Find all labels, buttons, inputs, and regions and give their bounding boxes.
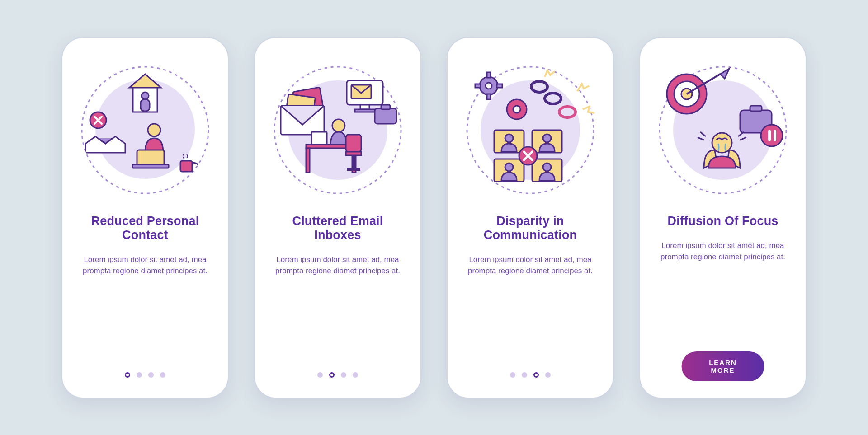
svg-point-43 (513, 106, 520, 113)
svg-rect-68 (768, 130, 771, 141)
pagination-dot-3[interactable] (341, 372, 346, 378)
svg-rect-18 (355, 109, 375, 112)
reduced-contact-icon (77, 62, 213, 198)
pagination-dots (510, 372, 551, 378)
svg-rect-13 (180, 161, 192, 172)
svg-rect-12 (132, 164, 169, 168)
pagination-dot-1[interactable] (317, 372, 323, 378)
svg-point-37 (486, 83, 492, 89)
svg-point-54 (543, 163, 551, 171)
svg-rect-31 (346, 152, 361, 155)
svg-point-67 (761, 125, 783, 146)
svg-point-10 (148, 124, 160, 136)
svg-rect-6 (141, 99, 150, 111)
onboarding-card-1: Reduced Personal Contact Lorem ipsum dol… (61, 37, 229, 398)
pagination-dot-4[interactable] (160, 372, 165, 378)
svg-rect-38 (487, 72, 491, 78)
pagination-dot-2[interactable] (137, 372, 142, 378)
svg-rect-40 (475, 84, 481, 88)
card-title: Diffusion Of Focus (667, 214, 778, 228)
pagination-dots (317, 372, 358, 378)
svg-rect-20 (375, 108, 396, 124)
diffusion-focus-icon (655, 62, 791, 198)
svg-rect-21 (381, 105, 390, 109)
cluttered-inbox-icon (270, 62, 406, 198)
svg-marker-64 (720, 69, 729, 79)
svg-point-25 (332, 119, 345, 132)
svg-rect-66 (750, 106, 762, 111)
card-body: Lorem ipsum dolor sit amet ad, mea promp… (78, 254, 212, 277)
svg-point-5 (142, 92, 149, 99)
pagination-dot-2[interactable] (522, 372, 527, 378)
svg-rect-29 (311, 132, 327, 145)
svg-point-52 (543, 134, 551, 142)
svg-rect-27 (306, 148, 310, 173)
svg-rect-32 (352, 155, 355, 169)
pagination-dot-4[interactable] (353, 372, 358, 378)
svg-rect-33 (347, 168, 360, 171)
pagination-dot-3[interactable] (148, 372, 154, 378)
pagination-dot-3[interactable] (533, 372, 539, 378)
onboarding-card-4: Diffusion Of Focus Lorem ipsum dolor sit… (639, 37, 807, 398)
pagination-dot-4[interactable] (545, 372, 551, 378)
svg-rect-41 (497, 84, 502, 88)
svg-rect-11 (137, 150, 164, 165)
card-body: Lorem ipsum dolor sit amet ad, mea promp… (463, 254, 598, 277)
onboarding-card-3: Disparity in Communication Lorem ipsum d… (447, 37, 614, 398)
card-body: Lorem ipsum dolor sit amet ad, mea promp… (656, 240, 790, 263)
svg-rect-39 (487, 94, 491, 99)
svg-rect-69 (774, 130, 776, 141)
svg-point-51 (505, 134, 513, 142)
card-body: Lorem ipsum dolor sit amet ad, mea promp… (270, 254, 405, 277)
disparity-communication-icon (462, 62, 598, 198)
svg-rect-30 (346, 135, 361, 152)
pagination-dot-1[interactable] (125, 372, 130, 378)
pagination-dot-1[interactable] (510, 372, 515, 378)
card-title: Disparity in Communication (463, 214, 598, 242)
onboarding-screens-row: Reduced Personal Contact Lorem ipsum dol… (0, 0, 868, 435)
svg-point-53 (505, 163, 513, 171)
card-title: Reduced Personal Contact (78, 214, 212, 242)
learn-more-button[interactable]: LEARN MORE (682, 351, 764, 381)
onboarding-card-2: Cluttered Email Inboxes Lorem ipsum dolo… (254, 37, 421, 398)
card-title: Cluttered Email Inboxes (270, 214, 405, 242)
pagination-dot-2[interactable] (329, 372, 335, 378)
pagination-dots (125, 372, 165, 378)
